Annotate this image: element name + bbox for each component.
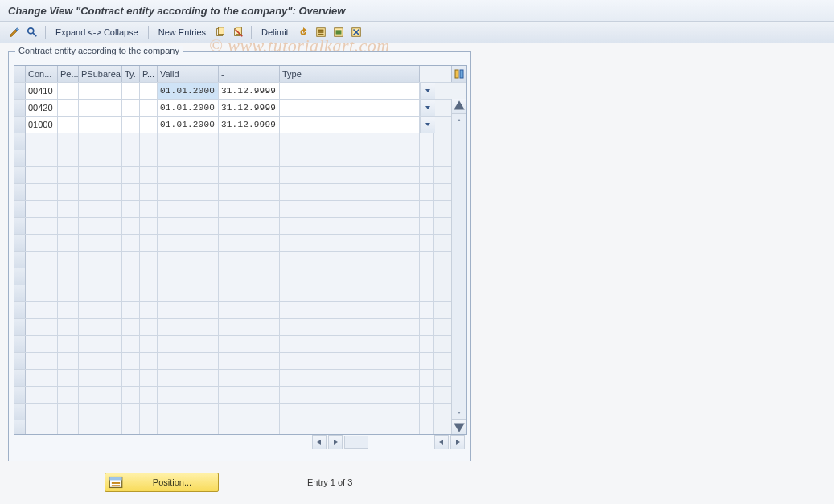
col-con[interactable]: Con... <box>26 66 58 82</box>
cell-valid-to[interactable]: 31.12.9999 <box>219 117 280 133</box>
table-row[interactable]: 0041001.01.200031.12.9999 <box>14 83 466 100</box>
cell-pe[interactable] <box>58 83 79 99</box>
type-dropdown-button[interactable] <box>420 100 435 116</box>
row-selector[interactable] <box>14 117 26 133</box>
select-block-icon[interactable] <box>332 26 345 39</box>
cell-ty <box>122 201 140 217</box>
svg-rect-30 <box>109 477 121 481</box>
undo-change-icon[interactable] <box>297 26 310 39</box>
cell-valid-from <box>158 336 219 352</box>
cell-pe[interactable] <box>58 100 79 116</box>
cell-p <box>140 235 158 251</box>
cell-valid-from[interactable]: 01.01.2000 <box>158 83 219 99</box>
position-button[interactable]: Position... <box>105 473 219 492</box>
other-view-icon[interactable] <box>26 26 39 39</box>
cell-ty[interactable] <box>122 100 140 116</box>
cell-ty[interactable] <box>122 83 140 99</box>
scroll-down-small[interactable] <box>452 405 466 420</box>
cell-type[interactable] <box>280 117 420 133</box>
table-row[interactable]: 0042001.01.200031.12.9999 <box>14 100 466 117</box>
svg-line-1 <box>33 33 36 36</box>
row-selector <box>14 201 26 217</box>
cell-con <box>26 319 58 335</box>
table-row[interactable]: 0100001.01.200031.12.9999 <box>14 117 466 133</box>
display-change-icon[interactable] <box>8 26 21 39</box>
svg-marker-26 <box>334 440 338 445</box>
col-type[interactable]: Type <box>280 66 420 82</box>
expand-collapse-button[interactable]: Expand <-> Collapse <box>52 27 142 37</box>
hscroll-right-button-2[interactable] <box>450 435 465 449</box>
copy-as-icon[interactable] <box>214 26 227 39</box>
hscroll-track[interactable] <box>344 436 368 449</box>
cell-con[interactable]: 00420 <box>26 100 58 116</box>
cell-valid-to[interactable]: 31.12.9999 <box>219 100 280 116</box>
cell-pe[interactable] <box>58 117 79 133</box>
cell-con[interactable]: 01000 <box>26 117 58 133</box>
table-row <box>14 201 466 218</box>
col-valid-to[interactable]: - <box>219 66 280 82</box>
scroll-up-small[interactable] <box>452 113 466 128</box>
scroll-up-button[interactable] <box>452 99 466 114</box>
cell-ty <box>122 353 140 369</box>
cell-valid-from <box>158 167 219 183</box>
delimit-button[interactable]: Delimit <box>258 27 292 37</box>
cell-psubarea[interactable] <box>79 100 122 116</box>
cell-type[interactable] <box>280 100 420 116</box>
cell-valid-to[interactable]: 31.12.9999 <box>219 83 280 99</box>
cell-empty <box>420 268 434 285</box>
col-valid[interactable]: Valid <box>158 66 219 82</box>
cell-valid-to <box>219 218 280 234</box>
cell-psubarea <box>79 167 122 183</box>
col-pe[interactable]: Pe... <box>58 66 79 82</box>
cell-ty[interactable] <box>122 117 140 133</box>
cell-p[interactable] <box>140 117 158 133</box>
vertical-scrollbar[interactable] <box>451 99 466 434</box>
row-selector[interactable] <box>14 100 26 116</box>
cell-valid-from[interactable]: 01.01.2000 <box>158 117 219 133</box>
svg-marker-18 <box>425 89 430 92</box>
table-config-button[interactable] <box>451 66 466 82</box>
cell-type <box>280 167 420 183</box>
panel-title: Contract entity according to the company <box>15 46 183 55</box>
hscroll-left-button-2[interactable] <box>434 435 449 449</box>
cell-valid-to <box>219 319 280 335</box>
cell-ty <box>122 133 140 150</box>
cell-type[interactable] <box>280 83 420 99</box>
cell-valid-from[interactable]: 01.01.2000 <box>158 100 219 116</box>
table-row <box>14 235 466 252</box>
cell-pe <box>58 184 79 200</box>
col-ty[interactable]: Ty. <box>122 66 140 82</box>
scroll-down-button[interactable] <box>452 419 466 434</box>
cell-pe <box>58 336 79 352</box>
type-dropdown-button[interactable] <box>420 83 435 99</box>
cell-p[interactable] <box>140 83 158 99</box>
type-dropdown-button[interactable] <box>420 117 435 133</box>
cell-psubarea <box>79 302 122 318</box>
cell-type <box>280 252 420 268</box>
cell-con[interactable]: 00410 <box>26 83 58 99</box>
cell-p <box>140 150 158 166</box>
row-selector <box>14 370 26 386</box>
hscroll-right-button[interactable] <box>328 435 343 449</box>
col-psubarea[interactable]: PSubarea <box>79 66 122 82</box>
table-row <box>14 252 466 268</box>
cell-p[interactable] <box>140 100 158 116</box>
cell-psubarea[interactable] <box>79 83 122 99</box>
cell-type <box>280 218 420 234</box>
hscroll-left-button[interactable] <box>312 435 327 449</box>
cell-con <box>26 404 58 420</box>
cell-ty <box>122 184 140 200</box>
cell-empty <box>420 133 434 150</box>
cell-psubarea <box>79 319 122 335</box>
col-select[interactable] <box>14 66 26 82</box>
new-entries-button[interactable]: New Entries <box>155 27 209 37</box>
row-selector[interactable] <box>14 83 26 99</box>
select-all-icon[interactable] <box>314 26 327 39</box>
cell-psubarea[interactable] <box>79 117 122 133</box>
col-p[interactable]: P... <box>140 66 158 82</box>
cell-valid-from <box>158 218 219 234</box>
delete-icon[interactable] <box>232 26 244 39</box>
position-button-label: Position... <box>126 477 218 487</box>
deselect-all-icon[interactable] <box>350 26 363 39</box>
cell-type <box>280 235 420 251</box>
